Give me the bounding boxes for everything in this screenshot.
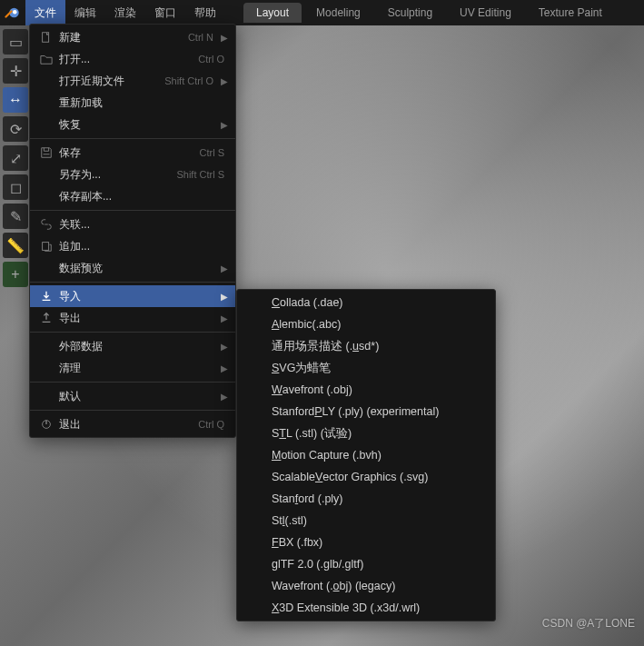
shortcut-label: Shift Ctrl S (176, 169, 228, 180)
submenu-arrow-icon: ▶ (217, 33, 228, 43)
import-icon (37, 290, 55, 303)
menu-item-label: 关联... (55, 217, 228, 233)
import-option[interactable]: Wavefront (.obj) (legacy) (237, 575, 495, 597)
export-icon (37, 312, 55, 324)
import-option[interactable]: FBX (.fbx) (237, 532, 495, 553)
blender-logo-icon[interactable] (0, 0, 25, 25)
import-option[interactable]: Motion Capture (.bvh) (237, 444, 495, 466)
menu-item-清理[interactable]: 清理▶ (30, 357, 235, 379)
menu-item-label: 打开... (55, 52, 198, 67)
watermark: CSDN @A了LONE (542, 616, 635, 631)
tool-rotate[interactable]: ⟳ (3, 116, 28, 142)
menu-item-导入[interactable]: 导入▶ (30, 285, 235, 307)
import-option[interactable]: Stanford PLY (.ply) (experimental) (237, 401, 495, 422)
menu-item-label: 恢复 (55, 117, 217, 133)
menu-item-另存为...[interactable]: 另存为...Shift Ctrl S (30, 164, 235, 185)
file-dropdown: 新建Ctrl N▶打开...Ctrl O打开近期文件Shift Ctrl O▶重… (29, 24, 236, 438)
menu-item-重新加载[interactable]: 重新加载 (30, 92, 235, 114)
menu-item-默认[interactable]: 默认▶ (30, 385, 235, 407)
menu-窗口[interactable]: 窗口 (145, 0, 185, 25)
tool-scale[interactable]: ⤢ (3, 145, 28, 171)
submenu-arrow-icon: ▶ (217, 263, 228, 273)
submenu-arrow-icon: ▶ (217, 76, 228, 86)
separator (30, 138, 235, 139)
append-icon (37, 240, 55, 253)
save-icon (37, 146, 55, 159)
svg-rect-2 (43, 33, 49, 43)
menu-item-关联...[interactable]: 关联... (30, 214, 235, 235)
menu-item-label: 清理 (55, 361, 217, 376)
menu-item-退出[interactable]: 退出Ctrl Q (30, 413, 235, 435)
menu-文件[interactable]: 文件 (25, 0, 65, 25)
tool-cursor[interactable]: ✛ (3, 58, 28, 84)
menu-item-label: 导出 (55, 311, 217, 326)
separator (30, 210, 235, 211)
import-option[interactable]: Scalable Vector Graphics (.svg) (237, 466, 495, 488)
import-option[interactable]: Wavefront (.obj) (237, 379, 495, 401)
menu-item-label: 外部数据 (55, 339, 217, 354)
tool-move[interactable]: ↔ (3, 87, 28, 113)
workspace-tab-texture-paint[interactable]: Texture Paint (526, 3, 615, 23)
menu-item-label: 保存 (55, 145, 200, 161)
submenu-arrow-icon: ▶ (217, 292, 228, 302)
menu-item-保存副本...[interactable]: 保存副本... (30, 185, 235, 207)
workspace-tab-uv-editing[interactable]: UV Editing (447, 3, 524, 23)
folder-icon (37, 53, 55, 65)
menu-item-保存[interactable]: 保存Ctrl S (30, 142, 235, 164)
menu-item-label: 保存副本... (55, 189, 228, 204)
import-option[interactable]: Collada (.dae) (237, 292, 495, 313)
menu-item-label: 打开近期文件 (55, 74, 164, 89)
menu-item-追加...[interactable]: 追加... (30, 235, 235, 257)
menu-item-导出[interactable]: 导出▶ (30, 307, 235, 329)
shortcut-label: Shift Ctrl O (164, 75, 217, 86)
import-option[interactable]: X3D Extensible 3D (.x3d/.wrl) (237, 597, 495, 619)
tool-add[interactable]: + (3, 262, 28, 287)
separator (30, 282, 235, 283)
menu-帮助[interactable]: 帮助 (185, 0, 225, 25)
separator (30, 410, 235, 411)
menu-item-外部数据[interactable]: 外部数据▶ (30, 335, 235, 357)
import-option[interactable]: Alembic(.abc) (237, 313, 495, 335)
menu-item-label: 重新加载 (55, 95, 228, 111)
workspace-tab-modeling[interactable]: Modeling (303, 3, 373, 23)
tool-annotate[interactable]: ✎ (3, 204, 28, 229)
import-option[interactable]: glTF 2.0 (.glb/.gltf) (237, 553, 495, 575)
menu-item-新建[interactable]: 新建Ctrl N▶ (30, 26, 235, 48)
import-option[interactable]: 通用场景描述 (.usd*) (237, 335, 495, 357)
top-bar: 文件编辑渲染窗口帮助 LayoutModelingSculptingUV Edi… (0, 0, 644, 25)
menu-item-label: 新建 (55, 30, 188, 45)
new-icon (37, 31, 55, 44)
shortcut-label: Ctrl N (188, 32, 217, 43)
shortcut-label: Ctrl O (198, 54, 228, 65)
shortcut-label: Ctrl S (200, 147, 229, 158)
import-option[interactable]: Stl (.stl) (237, 510, 495, 532)
import-option[interactable]: SVG为蜡笔 (237, 357, 495, 379)
separator (30, 382, 235, 383)
menu-item-label: 导入 (55, 289, 217, 304)
shortcut-label: Ctrl Q (198, 419, 228, 430)
menu-渲染[interactable]: 渲染 (105, 0, 145, 25)
workspace-tab-layout[interactable]: Layout (243, 3, 302, 23)
menu-item-恢复[interactable]: 恢复▶ (30, 114, 235, 135)
svg-point-1 (13, 10, 17, 15)
menu-item-label: 数据预览 (55, 261, 217, 276)
submenu-arrow-icon: ▶ (217, 120, 228, 130)
tool-select-box[interactable]: ▭ (3, 29, 28, 55)
submenu-arrow-icon: ▶ (217, 342, 228, 352)
workspace-tab-sculpting[interactable]: Sculpting (375, 3, 445, 23)
quit-icon (37, 418, 55, 431)
menu-item-打开...[interactable]: 打开...Ctrl O (30, 48, 235, 70)
tool-transform[interactable]: ◻ (3, 174, 28, 200)
submenu-arrow-icon: ▶ (217, 363, 228, 373)
tool-measure[interactable]: 📏 (3, 233, 28, 258)
import-submenu: Collada (.dae)Alembic(.abc)通用场景描述 (.usd*… (236, 289, 496, 621)
menu-编辑[interactable]: 编辑 (65, 0, 105, 25)
link-icon (37, 218, 55, 231)
submenu-arrow-icon: ▶ (217, 313, 228, 323)
toolbar-left: ▭ ✛ ↔ ⟳ ⤢ ◻ ✎ 📏 + (3, 29, 28, 287)
import-option[interactable]: Stanford (.ply) (237, 488, 495, 510)
menu-item-打开近期文件[interactable]: 打开近期文件Shift Ctrl O▶ (30, 70, 235, 92)
import-option[interactable]: STL (.stl) (试验) (237, 422, 495, 444)
menu-item-数据预览[interactable]: 数据预览▶ (30, 257, 235, 279)
menu-item-label: 退出 (55, 417, 198, 432)
